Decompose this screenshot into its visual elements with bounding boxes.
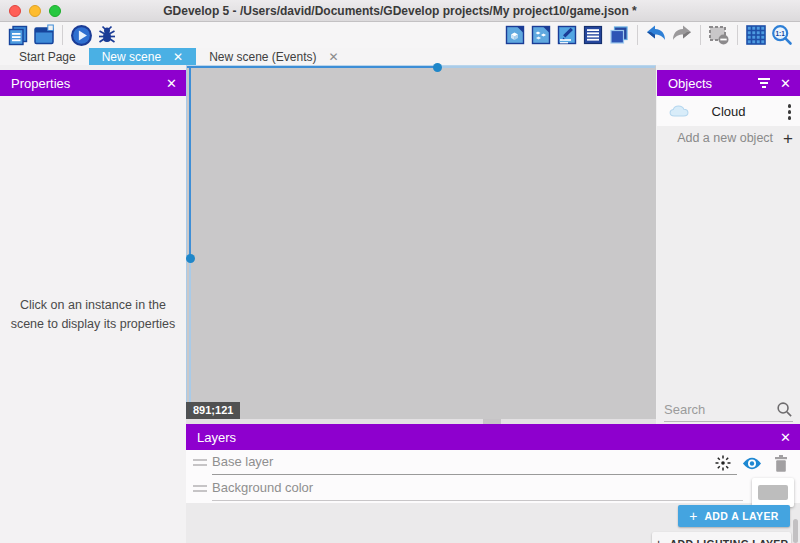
start-page-button[interactable] <box>32 23 56 47</box>
layers-list-button[interactable] <box>607 23 631 47</box>
objects-panel-title: Objects <box>668 76 758 91</box>
deselect-mask-icon <box>707 23 731 47</box>
grid-button[interactable] <box>744 23 768 47</box>
toolbar-separator <box>637 25 638 45</box>
layer-row-background <box>186 476 800 502</box>
trash-icon <box>773 454 789 473</box>
close-icon[interactable]: ✕ <box>166 76 177 91</box>
redo-button[interactable] <box>670 23 694 47</box>
scene-properties-button[interactable] <box>555 23 579 47</box>
close-icon[interactable]: ✕ <box>780 76 791 91</box>
scene-canvas[interactable] <box>186 65 656 419</box>
layer-name-field <box>212 476 743 501</box>
search-icon <box>776 401 793 418</box>
minimize-window-button[interactable] <box>29 5 41 17</box>
tab-label: New scene <box>102 50 161 64</box>
drag-handle-icon[interactable] <box>193 459 207 466</box>
selection-handle-left[interactable] <box>186 254 195 263</box>
properties-panel-header: Properties ✕ <box>0 70 186 96</box>
instances-list-button[interactable] <box>581 23 605 47</box>
drag-handle-icon[interactable] <box>193 485 207 492</box>
play-icon <box>70 24 93 47</box>
objects-search <box>664 398 793 422</box>
undo-button[interactable] <box>644 23 668 47</box>
zoom-window-button[interactable] <box>49 5 61 17</box>
layer-name-field <box>212 450 737 475</box>
properties-panel-title: Properties <box>11 76 166 91</box>
layers-vscroll-thumb[interactable] <box>793 519 798 543</box>
selection-top-edge <box>187 66 437 68</box>
properties-empty-message: Click on an instance in the scene to dis… <box>0 296 186 335</box>
grid-icon <box>745 24 767 46</box>
close-icon[interactable]: ✕ <box>780 430 791 445</box>
objects-editor-icon <box>504 24 526 46</box>
close-window-button[interactable] <box>9 5 21 17</box>
object-groups-icon <box>530 24 552 46</box>
layers-list-icon <box>608 24 630 46</box>
zoom-1-1-icon: 1:1 <box>771 24 793 46</box>
plus-icon: + <box>689 509 697 523</box>
window-controls <box>9 5 61 17</box>
layers-panel: Layers ✕ <box>186 424 800 543</box>
object-list-item-cloud[interactable]: Cloud <box>657 96 800 126</box>
tab-label: Start Page <box>19 50 76 64</box>
filter-icon[interactable] <box>758 78 770 88</box>
objects-panel-header: Objects ✕ <box>657 70 800 96</box>
layer-delete-button[interactable] <box>771 453 791 473</box>
gdevelop-window: GDevelop 5 - /Users/david/Documents/GDev… <box>0 0 800 543</box>
background-color-swatch[interactable] <box>752 478 794 507</box>
undo-icon <box>644 23 668 47</box>
objects-panel: Objects ✕ Cloud Add a new object + <box>657 65 800 424</box>
cursor-position-badge: 891;121 <box>186 402 240 419</box>
layers-panel-title: Layers <box>197 430 780 445</box>
deselect-button[interactable] <box>707 23 731 47</box>
tab-start-page[interactable]: Start Page <box>6 48 89 65</box>
tab-label: New scene (Events) <box>209 50 316 64</box>
layer-name-input[interactable] <box>212 450 737 469</box>
object-menu-kebab-icon[interactable] <box>785 101 795 123</box>
add-lighting-layer-button[interactable]: + ADD LIGHTING LAYER <box>652 532 791 543</box>
add-layer-button[interactable]: + ADD A LAYER <box>678 505 790 527</box>
layer-effects-button[interactable] <box>713 453 733 473</box>
instances-list-icon <box>582 24 604 46</box>
add-object-label: Add a new object <box>677 131 773 145</box>
project-manager-icon <box>7 24 29 46</box>
add-new-object-button[interactable]: Add a new object + <box>657 126 800 150</box>
tab-new-scene-events[interactable]: New scene (Events) ✕ <box>196 48 351 65</box>
edit-pencil-icon <box>556 24 578 46</box>
window-title: GDevelop 5 - /Users/david/Documents/GDev… <box>163 4 636 18</box>
layer-rows <box>186 450 800 503</box>
add-layer-label: ADD A LAYER <box>704 510 778 522</box>
objects-editor-button[interactable] <box>503 23 527 47</box>
properties-panel-body: Click on an instance in the scene to dis… <box>0 96 186 543</box>
layer-visibility-button[interactable] <box>742 453 762 473</box>
selection-left-edge <box>189 66 191 258</box>
eye-visible-icon <box>742 456 762 471</box>
object-name: Cloud <box>657 104 800 119</box>
debugger-bug-icon <box>96 24 118 46</box>
selection-handle-top[interactable] <box>433 63 442 72</box>
tab-bar: Start Page New scene ✕ New scene (Events… <box>0 48 800 65</box>
preview-button[interactable] <box>69 23 93 47</box>
redo-icon <box>670 23 694 47</box>
layers-panel-header: Layers ✕ <box>186 424 800 450</box>
object-groups-button[interactable] <box>529 23 553 47</box>
svg-text:1:1: 1:1 <box>776 30 786 37</box>
zoom-original-button[interactable]: 1:1 <box>770 23 794 47</box>
tab-close-icon[interactable]: ✕ <box>173 51 183 63</box>
background-color-input[interactable] <box>212 476 743 495</box>
project-manager-button[interactable] <box>6 23 30 47</box>
title-bar: GDevelop 5 - /Users/david/Documents/GDev… <box>0 0 800 22</box>
debugger-button[interactable] <box>95 23 119 47</box>
start-page-window-icon <box>33 24 55 46</box>
tab-new-scene[interactable]: New scene ✕ <box>89 48 196 65</box>
toolbar-separator <box>700 25 701 45</box>
layer-row-base <box>186 450 800 476</box>
add-lighting-layer-label: ADD LIGHTING LAYER <box>670 538 789 543</box>
tab-close-icon[interactable]: ✕ <box>329 51 339 63</box>
toolbar-separator <box>737 25 738 45</box>
main-toolbar: 1:1 <box>0 22 800 48</box>
objects-search-input[interactable] <box>664 398 769 417</box>
effects-icon <box>714 454 732 472</box>
plus-icon: + <box>655 537 663 543</box>
